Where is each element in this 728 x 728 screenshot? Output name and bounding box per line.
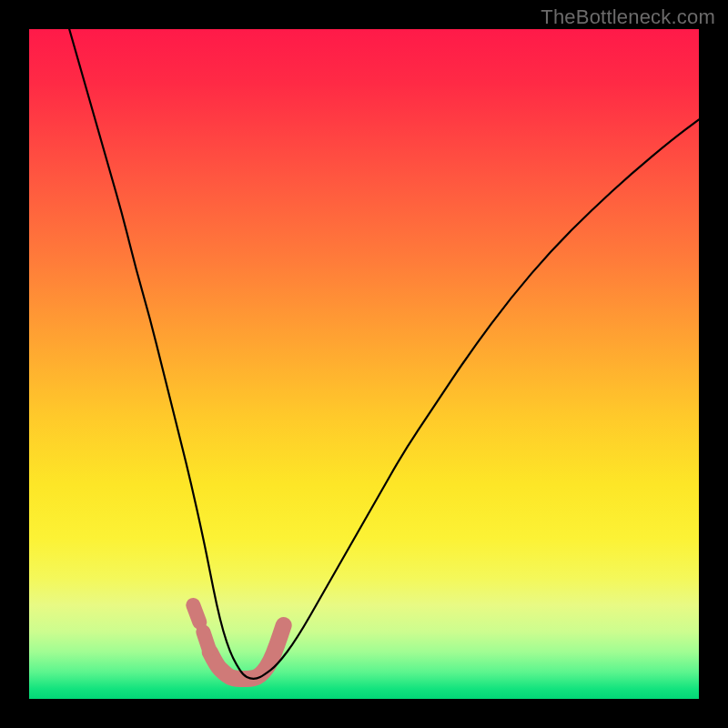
outer-frame: TheBottleneck.com xyxy=(0,0,728,728)
watermark-text: TheBottleneck.com xyxy=(541,5,715,29)
chart-svg xyxy=(29,29,699,699)
highlight-trough xyxy=(210,625,284,679)
bottleneck-curve xyxy=(69,29,699,679)
plot-area xyxy=(29,29,699,699)
highlight-dab xyxy=(203,632,208,649)
highlight-dab xyxy=(193,605,199,622)
